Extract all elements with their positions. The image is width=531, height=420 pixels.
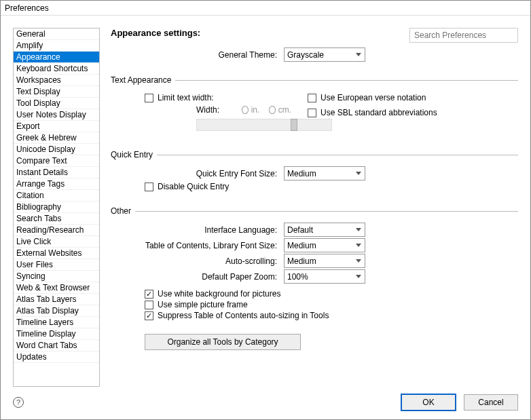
- unit-cm-radio[interactable]: [269, 106, 275, 114]
- sidebar-item-word-chart-tabs[interactable]: Word Chart Tabs: [14, 340, 99, 351]
- limit-text-width-checkbox[interactable]: [145, 94, 153, 102]
- disable-qe-checkbox[interactable]: [145, 183, 153, 191]
- eu-verse-checkbox[interactable]: [308, 94, 316, 102]
- white-bg-checkbox[interactable]: [145, 290, 153, 299]
- unit-cm-label: cm.: [278, 105, 291, 115]
- sidebar-item-keyboard-shortcuts[interactable]: Keyboard Shortcuts: [14, 63, 99, 75]
- toc-font-label: Table of Contents, Library Font Size:: [111, 241, 284, 250]
- sidebar-item-web-text-browser[interactable]: Web & Text Browser: [14, 282, 99, 294]
- sidebar-item-workspaces[interactable]: Workspaces: [14, 75, 99, 86]
- unit-in-radio[interactable]: [242, 106, 248, 114]
- sidebar-item-unicode-display[interactable]: Unicode Display: [14, 144, 99, 155]
- suppress-toc-label: Suppress Table of Contents auto-sizing i…: [158, 311, 329, 320]
- limit-text-width-label: Limit text width:: [158, 93, 214, 102]
- sidebar-item-general[interactable]: General: [14, 28, 99, 40]
- general-theme-label: General Theme:: [111, 50, 284, 60]
- paper-zoom-label: Default Paper Zoom:: [111, 272, 284, 282]
- paper-zoom-select[interactable]: 100%: [284, 269, 365, 284]
- sidebar-item-compare-text[interactable]: Compare Text: [14, 155, 99, 167]
- sbl-label: Use SBL standard abbreviations: [321, 108, 437, 117]
- iface-lang-select[interactable]: Default: [284, 223, 365, 237]
- sidebar-item-text-display[interactable]: Text Display: [14, 86, 99, 98]
- simple-frame-label: Use simple picture frame: [158, 300, 248, 309]
- autoscroll-label: Auto-scrolling:: [111, 256, 284, 266]
- sidebar-item-greek-hebrew[interactable]: Greek & Hebrew: [14, 132, 99, 144]
- qe-font-select[interactable]: Medium: [284, 166, 365, 180]
- unit-in-label: in.: [251, 105, 260, 115]
- sidebar-item-export[interactable]: Export: [14, 121, 99, 132]
- simple-frame-checkbox[interactable]: [145, 301, 153, 309]
- sidebar-item-syncing[interactable]: Syncing: [14, 271, 99, 282]
- text-appearance-group: Text Appearance Limit text width: Width:…: [111, 75, 518, 136]
- sidebar-item-tool-display[interactable]: Tool Display: [14, 98, 99, 109]
- sidebar-item-timeline-layers[interactable]: Timeline Layers: [14, 317, 99, 328]
- sbl-checkbox[interactable]: [308, 109, 316, 117]
- width-slider-thumb[interactable]: [291, 119, 297, 131]
- general-theme-select[interactable]: Grayscale: [284, 47, 365, 62]
- sidebar-item-instant-details[interactable]: Instant Details: [14, 167, 99, 178]
- sidebar-item-atlas-tab-layers[interactable]: Atlas Tab Layers: [14, 294, 99, 305]
- cancel-button[interactable]: Cancel: [464, 394, 518, 411]
- category-sidebar: GeneralAmplifyAppearanceKeyboard Shortcu…: [13, 28, 100, 387]
- qe-font-label: Quick Entry Font Size:: [111, 169, 284, 178]
- sidebar-item-appearance[interactable]: Appearance: [14, 52, 99, 63]
- sidebar-item-search-tabs[interactable]: Search Tabs: [14, 213, 99, 225]
- organize-tools-button[interactable]: Organize all Tools by Category: [145, 334, 301, 350]
- sidebar-item-amplify[interactable]: Amplify: [14, 40, 99, 52]
- width-slider[interactable]: [196, 119, 332, 131]
- sidebar-item-user-notes-display[interactable]: User Notes Display: [14, 109, 99, 121]
- quick-entry-group: Quick Entry Quick Entry Font Size: Mediu…: [111, 150, 518, 193]
- autoscroll-select[interactable]: Medium: [284, 254, 365, 268]
- text-appearance-legend: Text Appearance: [111, 75, 175, 85]
- toc-font-select[interactable]: Medium: [284, 238, 365, 252]
- width-label: Width:: [196, 105, 242, 115]
- ok-button[interactable]: OK: [401, 394, 456, 411]
- sidebar-item-external-websites[interactable]: External Websites: [14, 248, 99, 259]
- sidebar-item-user-files[interactable]: User Files: [14, 259, 99, 271]
- white-bg-label: Use white background for pictures: [158, 289, 280, 299]
- search-input[interactable]: [409, 28, 518, 43]
- quick-entry-legend: Quick Entry: [111, 150, 157, 159]
- other-group: Other Interface Language: Default Table …: [111, 206, 518, 350]
- help-icon[interactable]: ?: [13, 397, 24, 408]
- sidebar-item-timeline-display[interactable]: Timeline Display: [14, 328, 99, 340]
- window-title: Preferences: [1, 1, 530, 16]
- sidebar-item-updates[interactable]: Updates: [14, 351, 99, 363]
- sidebar-item-citation[interactable]: Citation: [14, 190, 99, 202]
- eu-verse-label: Use European verse notation: [321, 93, 426, 102]
- other-legend: Other: [111, 206, 135, 216]
- sidebar-item-reading-research[interactable]: Reading/Research: [14, 225, 99, 236]
- disable-qe-label: Disable Quick Entry: [158, 182, 229, 191]
- sidebar-item-live-click[interactable]: Live Click: [14, 236, 99, 248]
- sidebar-item-atlas-tab-display[interactable]: Atlas Tab Display: [14, 305, 99, 317]
- suppress-toc-checkbox[interactable]: [145, 311, 153, 320]
- iface-lang-label: Interface Language:: [111, 225, 284, 235]
- sidebar-item-bibliography[interactable]: Bibliography: [14, 202, 99, 213]
- sidebar-item-arrange-tags[interactable]: Arrange Tags: [14, 178, 99, 190]
